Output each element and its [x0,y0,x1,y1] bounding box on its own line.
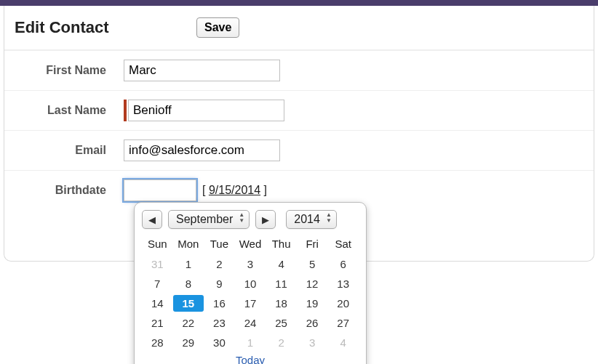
day-cell[interactable]: 2 [204,256,235,272]
day-cell[interactable]: 11 [266,275,297,292]
last-name-input[interactable] [128,100,284,121]
day-cell[interactable]: 30 [204,334,235,351]
day-cell[interactable]: 7 [142,275,173,292]
day-cell-other-month[interactable]: 31 [142,256,173,272]
day-cell[interactable]: 16 [204,295,235,312]
dow-header: Wed [235,235,266,253]
year-select[interactable]: 2014 ▲▼ [286,210,337,229]
label-last-name: Last Name [15,104,124,117]
label-first-name: First Name [15,64,124,77]
panel-header: Edit Contact Save [4,6,594,50]
month-select[interactable]: September ▲▼ [168,210,250,229]
dow-header: Sun [142,235,173,253]
day-cell[interactable]: 20 [327,295,359,312]
chevron-right-icon: ▶ [262,214,269,225]
dow-header: Thu [266,235,297,253]
day-cell[interactable]: 9 [204,275,235,292]
day-cell[interactable]: 18 [266,295,297,312]
day-cell[interactable]: 24 [235,315,266,331]
day-cell[interactable]: 19 [297,295,328,312]
save-button[interactable]: Save [196,17,239,38]
app-top-bar [0,0,598,6]
day-cell[interactable]: 28 [142,334,173,351]
day-cell[interactable]: 17 [235,295,266,312]
dow-header: Tue [204,235,235,253]
day-cell-other-month[interactable]: 2 [266,334,297,351]
dow-header: Sat [327,235,359,253]
day-cell[interactable]: 6 [327,256,359,272]
day-cell[interactable]: 1 [173,256,204,272]
day-cell[interactable]: 23 [204,315,235,331]
day-cell[interactable]: 8 [173,275,204,292]
birthdate-helper: [ 9/15/2014 ] [202,184,267,197]
day-cell[interactable]: 26 [297,315,328,331]
first-name-input[interactable] [124,60,280,81]
label-birthdate: Birthdate [15,184,124,197]
email-input[interactable] [124,139,280,161]
day-cell[interactable]: 3 [235,256,266,272]
row-email: Email [4,130,594,170]
day-cell[interactable]: 12 [297,275,328,292]
datepicker-grid: SunMonTueWedThuFriSat3112345678910111213… [142,235,359,351]
next-month-button[interactable]: ▶ [255,210,276,229]
birthdate-helper-link[interactable]: 9/15/2014 [209,184,260,196]
prev-month-button[interactable]: ◀ [142,210,162,229]
day-cell[interactable]: 22 [173,315,204,331]
month-select-label: September [176,213,233,226]
day-cell[interactable]: 10 [235,275,266,292]
dow-header: Fri [297,235,328,253]
row-first-name: First Name [4,50,594,90]
row-last-name: Last Name [4,90,594,130]
year-select-label: 2014 [294,213,320,226]
day-cell[interactable]: 25 [266,315,297,331]
day-cell[interactable]: 21 [142,315,173,331]
datepicker-header: ◀ September ▲▼ ▶ 2014 ▲▼ [142,210,359,229]
day-cell-other-month[interactable]: 3 [297,334,328,351]
spin-arrows-icon: ▲▼ [239,212,244,224]
day-cell[interactable]: 13 [327,275,359,292]
datepicker-popup: ◀ September ▲▼ ▶ 2014 ▲▼ SunMonTueWedThu… [134,202,367,364]
day-cell[interactable]: 4 [266,256,297,272]
day-cell[interactable]: 5 [297,256,328,272]
day-cell[interactable]: 29 [173,334,204,351]
label-email: Email [15,144,124,157]
spin-arrows-icon: ▲▼ [326,212,332,224]
day-cell[interactable]: 14 [142,295,173,312]
day-cell-selected[interactable]: 15 [173,295,204,312]
birthdate-input[interactable] [124,179,196,201]
chevron-left-icon: ◀ [148,214,156,225]
day-cell-other-month[interactable]: 4 [327,334,359,351]
dow-header: Mon [173,235,204,253]
required-indicator-icon [124,100,127,121]
day-cell[interactable]: 27 [327,315,359,331]
day-cell-other-month[interactable]: 1 [235,334,266,351]
today-link[interactable]: Today [142,354,359,364]
page-title: Edit Contact [15,18,196,37]
